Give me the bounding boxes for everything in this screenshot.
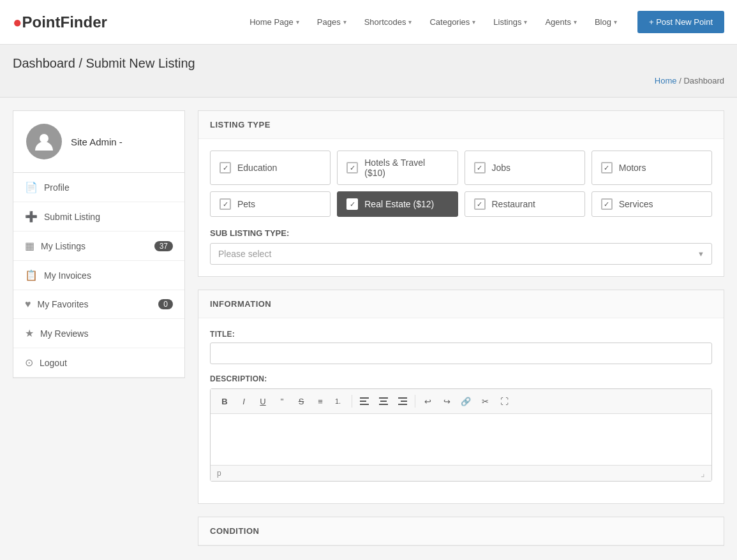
svg-rect-8	[398, 397, 407, 399]
listing-type-header: LISTING TYPE	[198, 111, 724, 139]
favorites-badge: 0	[158, 299, 173, 309]
my-reviews-icon: ★	[25, 327, 34, 339]
sidebar-item-logout[interactable]: ⊙ Logout	[13, 348, 184, 378]
nav-shortcodes[interactable]: Shortcodes ▾	[357, 12, 420, 32]
nav-pages[interactable]: Pages ▾	[309, 12, 354, 32]
avatar	[26, 124, 62, 159]
sub-listing-type-select[interactable]: Please select	[210, 243, 712, 265]
my-favorites-icon: ♥	[25, 298, 31, 310]
listing-type-grid: ✓ Education ✓ Hotels & Travel ($10) ✓ Jo…	[210, 151, 712, 217]
chevron-down-icon: ▾	[472, 18, 475, 26]
nav-listings[interactable]: Listings ▾	[486, 12, 535, 32]
logo-text: PointFinder	[22, 13, 107, 31]
listing-option-jobs[interactable]: ✓ Jobs	[465, 151, 585, 185]
unordered-list-button[interactable]: ≡	[311, 393, 329, 409]
italic-button[interactable]: I	[235, 393, 253, 409]
insert-link-button[interactable]: 🔗	[457, 393, 475, 409]
title-label: TITLE:	[210, 330, 712, 339]
breadcrumb-dashboard: Dashboard	[683, 76, 724, 85]
title-field: TITLE:	[210, 330, 712, 364]
remove-link-button[interactable]: ✂	[476, 393, 494, 409]
chevron-down-icon: ▾	[574, 18, 577, 26]
description-label: DESCRIPTION:	[210, 374, 712, 383]
underline-button[interactable]: U	[254, 393, 272, 409]
main-content: Site Admin - 📄 Profile ➕ Submit Listing …	[0, 98, 737, 560]
resize-handle-icon: ⌟	[701, 468, 705, 478]
listing-option-real-estate[interactable]: ✓ Real Estate ($12)	[337, 191, 458, 217]
post-new-point-button[interactable]: + Post New Point	[637, 11, 724, 33]
editor-toolbar: B I U " S ≡ 1.	[211, 389, 711, 414]
listing-type-panel: LISTING TYPE ✓ Education ✓ Hotels & Trav…	[198, 110, 724, 277]
sidebar-nav: 📄 Profile ➕ Submit Listing ▦ My Listings…	[13, 173, 185, 378]
editor-statusbar: p ⌟	[211, 465, 711, 481]
description-field: DESCRIPTION: B I U " S ≡ 1.	[210, 374, 712, 482]
sidebar-item-label: My Favorites	[38, 299, 89, 309]
align-right-button[interactable]	[394, 393, 412, 409]
editor-status-tag: p	[217, 469, 221, 478]
listing-option-education[interactable]: ✓ Education	[210, 151, 331, 185]
listing-option-pets[interactable]: ✓ Pets	[210, 191, 331, 217]
profile-icon: 📄	[25, 181, 38, 193]
sidebar-item-my-reviews[interactable]: ★ My Reviews	[13, 319, 184, 348]
listing-option-motors[interactable]: ✓ Motors	[592, 151, 712, 185]
sidebar-item-my-listings[interactable]: ▦ My Listings 37	[13, 232, 184, 261]
svg-rect-2	[360, 397, 369, 399]
strikethrough-button[interactable]: S	[292, 393, 310, 409]
check-icon: ✓	[601, 198, 613, 210]
ordered-list-button[interactable]: 1.	[331, 393, 348, 409]
condition-header: CONDITION	[198, 517, 724, 545]
nav-blog[interactable]: Blog ▾	[587, 12, 625, 32]
breadcrumb: Home / Dashboard	[13, 76, 724, 85]
blockquote-button[interactable]: "	[273, 393, 291, 409]
nav-categories[interactable]: Categories ▾	[422, 12, 483, 32]
editor-content[interactable]	[211, 414, 711, 465]
svg-text:1.: 1.	[335, 397, 341, 405]
breadcrumb-home[interactable]: Home	[655, 76, 677, 85]
svg-rect-9	[401, 401, 407, 402]
toolbar-divider-2	[415, 395, 415, 408]
redo-button[interactable]: ↪	[438, 393, 456, 409]
logo-dot: ●	[13, 13, 22, 31]
sidebar-item-label: My Invoices	[44, 270, 91, 281]
my-listings-icon: ▦	[25, 240, 34, 252]
sidebar-item-submit-listing[interactable]: ➕ Submit Listing	[13, 202, 184, 232]
sidebar-item-my-favorites[interactable]: ♥ My Favorites 0	[13, 290, 184, 319]
condition-panel: CONDITION	[198, 517, 724, 546]
check-icon: ✓	[601, 162, 613, 173]
bold-button[interactable]: B	[216, 393, 234, 409]
sidebar-item-profile[interactable]: 📄 Profile	[13, 173, 184, 202]
listing-option-services[interactable]: ✓ Services	[592, 191, 712, 217]
sidebar-username: Site Admin -	[71, 136, 123, 147]
listings-badge: 37	[154, 241, 173, 251]
my-invoices-icon: 📋	[25, 269, 38, 281]
sidebar-item-label: Logout	[40, 358, 67, 368]
information-header: INFORMATION	[198, 290, 724, 318]
svg-rect-6	[380, 401, 387, 402]
check-icon: ✓	[346, 198, 358, 210]
listing-option-hotels-travel[interactable]: ✓ Hotels & Travel ($10)	[337, 151, 458, 185]
chevron-down-icon: ▾	[343, 18, 346, 26]
sidebar-item-label: My Reviews	[40, 328, 88, 339]
nav-agents[interactable]: Agents ▾	[537, 12, 584, 32]
align-left-button[interactable]	[355, 393, 373, 409]
title-input[interactable]	[210, 343, 712, 364]
svg-rect-10	[398, 404, 407, 405]
chevron-down-icon: ▾	[614, 18, 617, 26]
undo-button[interactable]: ↩	[419, 393, 436, 409]
svg-rect-3	[360, 401, 366, 402]
align-center-button[interactable]	[375, 393, 392, 409]
chevron-down-icon: ▾	[296, 18, 299, 26]
fullscreen-button[interactable]: ⛶	[495, 393, 513, 409]
check-icon: ✓	[474, 198, 486, 210]
form-area: LISTING TYPE ✓ Education ✓ Hotels & Trav…	[198, 110, 724, 559]
sidebar-item-my-invoices[interactable]: 📋 My Invoices	[13, 261, 184, 290]
nav-home-page[interactable]: Home Page ▾	[242, 12, 307, 32]
sidebar: Site Admin - 📄 Profile ➕ Submit Listing …	[13, 110, 185, 559]
sub-listing-select-wrapper: Please select	[210, 243, 712, 265]
sidebar-item-label: Profile	[44, 182, 70, 193]
sidebar-profile: Site Admin -	[13, 110, 185, 173]
logo: ●PointFinder	[13, 13, 107, 31]
svg-point-0	[40, 134, 48, 143]
sidebar-item-label: Submit Listing	[44, 212, 100, 222]
listing-option-restaurant[interactable]: ✓ Restaurant	[465, 191, 585, 217]
